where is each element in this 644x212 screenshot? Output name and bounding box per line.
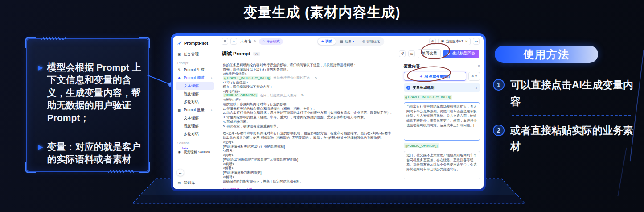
- left-note-panel: ▶ 模型会根据 Prompt 上下文信息和变量的含义，生成变量内容，帮助无数据的…: [26, 38, 149, 172]
- history-button[interactable]: ↺: [399, 50, 406, 57]
- notification-dot: [353, 41, 354, 42]
- tab-smart-optimize[interactable]: ◎ 智能优化: [359, 38, 384, 45]
- flask-icon: ✦: [321, 39, 324, 43]
- optimize-prompt-link[interactable]: 优化你的 Prompt 试: [223, 187, 394, 189]
- prompt-line: 2. 结合出行行业的特点和现状，思考舆论可能影响出行行业的哪些方面（如消费者需求…: [223, 111, 394, 115]
- corner-accent: [25, 37, 36, 48]
- note-text: 模型会根据 Prompt 上下文信息和变量的含义，生成变量内容，帮助无数据的用户…: [47, 61, 142, 125]
- edit-variable-icon[interactable]: ✎: [315, 76, 317, 79]
- fill-variables-button[interactable]: 填写变量: [418, 49, 441, 58]
- corner-accent: [139, 162, 150, 173]
- sidebar-subitem-visual-understanding[interactable]: 视觉理解: [176, 90, 214, 98]
- debug-prompt-title: 调试 Prompt: [222, 50, 250, 57]
- version-badge: V1: [253, 52, 261, 56]
- sidebar-section-prompt: Prompt: [177, 61, 213, 65]
- variable-chip[interactable]: {{TRAVEL_INDUSTRY_INFO}}: [223, 76, 271, 80]
- prompt-line: </解释>: [223, 175, 394, 179]
- public-opinion-textarea[interactable]: 近日，社交媒体上大量用户抱怨某知名网约车平台司机服务态度差、存在绕路、恶意拼客等…: [404, 151, 480, 179]
- app-toolbar: 调试 Prompt V1 ↺ ⊞ 填写变量 ▶ 生成模型回答: [217, 47, 484, 60]
- prompt-line: </判断>: [223, 162, 394, 166]
- sidebar-item-task-management[interactable]: ▣ 任务管理: [176, 50, 214, 58]
- edit-name-icon[interactable]: ✎: [254, 39, 257, 43]
- expand-button[interactable]: ⊞: [408, 50, 415, 57]
- prompt-line: 首先，请仔细阅读以下出行行业的相关信息：: [223, 67, 394, 72]
- variable-rules-toggle[interactable]: ✓ 变量生成规则 ∧: [404, 83, 480, 92]
- hatch-decoration: [108, 170, 134, 173]
- version-dropdown[interactable]: ⊞ 当前版本V1 ∨: [438, 38, 471, 45]
- variable-chip[interactable]: {{PUBLIC_OPINION}}: [223, 93, 258, 97]
- sidebar-item-prompt-generate[interactable]: ✎ Prompt 生成: [176, 66, 214, 74]
- debug-icon: ◆: [177, 76, 181, 80]
- variable-name-opinion: {{PUBLIC_OPINION}}: [404, 143, 439, 148]
- step-number-badge: 1: [493, 79, 505, 91]
- sidebar-subitem-multiturn-dialog[interactable]: 多轮对话: [176, 130, 214, 138]
- usage-method-title: 使用方法: [495, 46, 598, 63]
- version-icon: ⊞: [441, 39, 444, 43]
- prompt-line: 请按照以下步骤判断舆论对出行行业的影响：: [223, 102, 394, 107]
- variables-panel: 变量内容 × ✦ AI 生成变量内容 ⊕ ∨: [400, 60, 484, 189]
- score-mode-badge[interactable]: ☆ 评分模式: [259, 38, 283, 45]
- document-name[interactable]: 未命名: [240, 39, 252, 44]
- prompt-line: 在<思考>标签中详细分析舆论对出行行业的影响机制，包括影响的方面、程度和可能的结…: [223, 131, 394, 140]
- slide: 变量生成 (素材内容生成) ▶ 模型会根据 Prompt 上下文信息和变量的含义…: [0, 0, 644, 212]
- prompt-line: [在此详细解释判断的依据]: [223, 170, 394, 175]
- sidebar-subitem-text-understanding[interactable]: 文本理解: [176, 82, 214, 90]
- star-icon: ☆: [262, 39, 265, 43]
- sidebar-item-visual-solution[interactable]: beta ◉ 视觉理解 Solution: [176, 149, 214, 155]
- sidebar-section-solution: Solution: [177, 141, 213, 145]
- prompt-line: 你的任务是判断舆论内容对出行行业的影响，请仔细阅读以下信息，并按照指示进行判断：: [223, 63, 394, 67]
- prompt-line: 4. 形成初步判断。: [223, 120, 394, 124]
- prompt-line: </思考>: [223, 149, 394, 153]
- chevron-down-icon: ∨: [475, 75, 477, 78]
- app-logo-text: PromptPilot: [184, 41, 208, 46]
- sidebar-item-prompt-debug[interactable]: ◆ Prompt 调试 ∧: [176, 74, 214, 82]
- sidebar-item-prompt-batch[interactable]: ▦ Prompt 批量 ∧: [176, 106, 214, 114]
- promptpilot-logo-icon: [176, 40, 182, 46]
- travel-industry-textarea[interactable]: 当前出行行业中网约车市场规模持续扩大，各大网约车平台竞争激烈。传统出租车企业也在…: [404, 102, 480, 141]
- usage-steps: 1 可以直接点击AI生成变量内容 2 或者直接粘贴实际的业务素材: [493, 77, 642, 155]
- folder-icon: ▣: [177, 52, 181, 56]
- ai-generate-variables-button[interactable]: ✦ AI 生成变量内容: [404, 72, 466, 81]
- prompt-line: 现在，请仔细阅读以下舆论内容：: [223, 85, 394, 89]
- batch-icon: ▦: [177, 108, 181, 112]
- tab-batch[interactable]: ▦ 批量: [336, 38, 358, 45]
- grid-icon: ▦: [340, 39, 343, 43]
- chevron-down-icon: ∨: [465, 39, 468, 43]
- generate-answer-button[interactable]: ▶ 生成模型回答: [443, 50, 479, 58]
- sidebar-subitem-visual-understanding[interactable]: 视觉理解: [176, 122, 214, 130]
- variable-name-travel: {{TRAVEL_INDUSTRY_INFO}}: [404, 95, 452, 100]
- beta-badge: beta: [182, 147, 188, 150]
- sidebar-subitem-text-understanding[interactable]: 文本理解: [176, 114, 214, 122]
- back-arrow-icon: ←: [178, 170, 182, 175]
- step-text: 或者直接粘贴实际的业务素材: [510, 122, 637, 155]
- app-logo[interactable]: PromptPilot: [176, 40, 213, 46]
- app-sidebar: PromptPilot ▣ 任务管理 Prompt ✎ Prompt 生成 ◆ …: [173, 36, 217, 189]
- note-text: 变量：对应的就是客户的实际语料或者素材: [47, 141, 142, 166]
- generate-icon: ✎: [177, 68, 181, 72]
- edit-variable-icon[interactable]: ✎: [301, 94, 304, 97]
- ai-generate-dropdown[interactable]: ⊕ ∨: [468, 72, 480, 81]
- prompt-line: [223, 128, 394, 131]
- prompt-text[interactable]: 你的任务是判断舆论内容对出行行业的影响，请仔细阅读以下信息，并按照指示进行判断：…: [217, 60, 400, 189]
- prompt-line: 1. 仔细分析舆论的核心观点和情感倾向（积极、消极、中性）。: [223, 107, 394, 111]
- home-button[interactable]: ⌂: [230, 38, 237, 45]
- prompt-line: <判断>: [223, 153, 394, 158]
- usage-step-1: 1 可以直接点击AI生成变量内容: [493, 77, 642, 110]
- corner-accent: [25, 162, 36, 173]
- close-icon[interactable]: ×: [478, 64, 480, 68]
- laptop-frame: PromptPilot ▣ 任务管理 Prompt ✎ Prompt 生成 ◆ …: [171, 33, 486, 191]
- arrow-icon: ▶: [38, 144, 43, 166]
- chevron-up-icon: ∧: [211, 108, 213, 112]
- prompt-line: <出行行业信息>: [223, 72, 394, 76]
- note-bullet: ▶ 变量：对应的就是客户的实际语料或者素材: [38, 141, 142, 166]
- sidebar-item-knowledge-base[interactable]: ▤ 知识库: [176, 179, 214, 187]
- hamburger-menu-button[interactable]: ≡: [222, 38, 228, 45]
- app-main: ≡ ⌂ 未命名 ✎ ☆ 评分模式 ✦ 调试: [217, 36, 484, 189]
- more-button[interactable]: ⋯: [473, 38, 480, 45]
- chevron-up-icon: ∧: [476, 86, 477, 89]
- sidebar-subitem-multiturn-dialog[interactable]: 多轮对话: [176, 98, 214, 106]
- lightbulb-button[interactable]: ⊙: [429, 38, 436, 45]
- sidebar-collapse-button[interactable]: ←: [176, 169, 184, 176]
- prompt-line: </舆论内容>: [223, 98, 394, 102]
- tab-debug[interactable]: ✦ 调试: [318, 38, 336, 45]
